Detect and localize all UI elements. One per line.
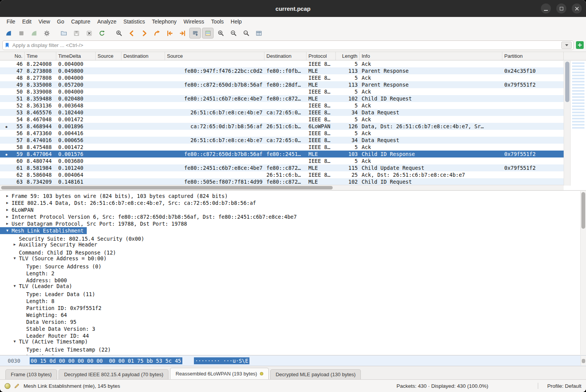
packet-row[interactable]: 478.2738080.049800fe80::947f:f476:22bc:c… xyxy=(0,67,564,74)
hscrollbar-thumb[interactable] xyxy=(1,186,333,189)
detail-line[interactable]: ▸IEEE 802.15.4 Data, Dst: 26:51:c6:b7:e8… xyxy=(0,199,586,206)
byte-view-tab[interactable]: Decrypted MLE payload (130 bytes) xyxy=(270,369,361,379)
column-header-timedelta[interactable]: TimeDelta xyxy=(56,52,96,60)
menu-edit[interactable]: Edit xyxy=(19,18,35,25)
capture-options-button[interactable] xyxy=(41,28,52,39)
go-to-packet-button[interactable] xyxy=(151,28,163,39)
detail-line[interactable]: ▾TLV (Leader Data) xyxy=(0,282,586,289)
menu-tools[interactable]: Tools xyxy=(208,18,227,25)
auto-scroll-button[interactable] xyxy=(189,28,201,39)
display-filter-input[interactable] xyxy=(12,42,560,49)
packet-list-hscrollbar[interactable] xyxy=(0,185,564,190)
maximize-button[interactable] xyxy=(556,3,566,13)
vscrollbar-thumb[interactable] xyxy=(565,62,569,102)
packet-row[interactable]: 568.4733600.004416IEEE 8…5Ack xyxy=(0,130,564,137)
packet-row[interactable]: 588.4754880.001472IEEE 8…5Ack xyxy=(0,144,564,151)
restart-capture-button[interactable] xyxy=(28,28,40,39)
packet-row[interactable]: 468.2240080.004000IEEE 8…5Ack xyxy=(0,60,564,67)
detail-line[interactable]: Data Version: 95 xyxy=(0,317,586,323)
detail-line[interactable]: Address: b000 xyxy=(0,275,586,282)
go-last-button[interactable] xyxy=(177,28,188,39)
packet-row[interactable]: 628.5860480.00406426:51:c6:b…IEEE 8…25Ac… xyxy=(0,171,564,178)
column-header-no[interactable]: No. xyxy=(0,52,25,60)
byte-view-tab[interactable]: Reassembled 6LoWPAN (193 bytes) xyxy=(170,368,268,379)
packet-list-vscrollbar[interactable] xyxy=(564,61,571,186)
menu-wireless[interactable]: Wireless xyxy=(180,18,208,25)
save-file-button[interactable] xyxy=(71,28,82,39)
status-profile[interactable]: Profile: Default xyxy=(547,383,581,389)
resize-columns-button[interactable] xyxy=(253,28,264,39)
detail-line[interactable]: Command: Child ID Response (12) xyxy=(0,247,586,254)
menu-analyze[interactable]: Analyze xyxy=(94,18,120,25)
start-capture-button[interactable] xyxy=(3,28,14,39)
open-file-button[interactable] xyxy=(58,28,69,39)
close-file-button[interactable] xyxy=(83,28,95,39)
details-vscrollbar[interactable] xyxy=(580,191,586,355)
packet-row[interactable]: 498.3350080.057200fe80::c872:650d:b7b8:5… xyxy=(0,81,564,88)
go-first-button[interactable] xyxy=(164,28,175,39)
zoom-in-button[interactable] xyxy=(215,28,226,39)
reload-file-button[interactable] xyxy=(96,28,108,39)
packet-row[interactable]: 608.4807440.003680IEEE 8…5Ack xyxy=(0,157,564,164)
detail-line[interactable]: Type: Active Timestamp (22) xyxy=(0,344,586,351)
column-header-source2[interactable]: Source xyxy=(165,52,264,60)
expert-info-icon[interactable] xyxy=(5,383,10,389)
detail-line[interactable]: ▸6LoWPAN xyxy=(0,206,586,213)
byte-view-vscrollbar-thumb[interactable] xyxy=(582,359,585,363)
menu-telephony[interactable]: Telephony xyxy=(148,18,180,25)
packet-row[interactable]: 538.4655760.10244026:51:c6:b7:e8:ce:4b:e… xyxy=(0,109,564,116)
packet-row[interactable]: 618.5819840.101240fe80::2451:c6b7:e8ce:4… xyxy=(0,164,564,171)
find-packet-button[interactable] xyxy=(113,28,125,39)
byte-view-tab[interactable]: Decrypted IEEE 802.15.4 payload (70 byte… xyxy=(59,369,168,379)
column-header-destination[interactable]: Destination xyxy=(121,52,165,60)
column-header-info[interactable]: Info xyxy=(360,52,502,60)
packet-row[interactable]: 518.3594880.020480fe80::2451:c6b7:e8ce:4… xyxy=(0,95,564,102)
detail-line[interactable]: Type: Leader Data (11) xyxy=(0,289,586,296)
zoom-original-button[interactable]: 1:1 xyxy=(240,28,252,39)
detail-line[interactable]: Leader Router ID: 44 xyxy=(0,330,586,337)
menu-statistics[interactable]: Statistics xyxy=(120,18,148,25)
packet-row[interactable]: ●598.4770640.001576fe80::c872:650d:b7b8:… xyxy=(0,151,564,157)
byte-view-tab[interactable]: Frame (103 bytes) xyxy=(5,369,57,379)
detail-line[interactable]: ▾TLV (Source Address = b0:00) xyxy=(0,254,586,261)
detail-line[interactable]: ▸Frame 59: 103 bytes on wire (824 bits),… xyxy=(0,192,586,199)
packet-row[interactable]: 508.3390080.004000IEEE 8…5Ack xyxy=(0,88,564,95)
detail-line[interactable]: ▸Internet Protocol Version 6, Src: fe80:… xyxy=(0,213,586,219)
filter-dropdown-button[interactable] xyxy=(561,42,572,49)
column-header-protocol[interactable]: Protocol xyxy=(306,52,336,60)
byte-view-vscrollbar[interactable] xyxy=(581,356,586,365)
packet-row[interactable]: 548.4670480.001472IEEE 8…5Ack xyxy=(0,116,564,123)
detail-line[interactable]: ▾Mesh Link Establishment xyxy=(0,226,586,233)
packet-row[interactable]: ●558.4689440.001896ca:72:65:0d:b7:b8:56:… xyxy=(0,123,564,130)
detail-line[interactable]: Partition ID: 0x79f551f2 xyxy=(0,303,586,310)
go-forward-button[interactable] xyxy=(138,28,150,39)
detail-line[interactable]: Type: Source Address (0) xyxy=(0,261,586,268)
hex-ascii-selected[interactable]: ········ ···u·S\E xyxy=(194,357,249,364)
detail-line[interactable]: Stable Data Version: 3 xyxy=(0,323,586,330)
capture-comment-icon[interactable] xyxy=(14,383,20,389)
menu-capture[interactable]: Capture xyxy=(67,18,94,25)
detail-line[interactable]: ▸Auxiliary Security Header xyxy=(0,240,586,247)
column-header-time[interactable]: Time xyxy=(25,52,56,60)
menu-file[interactable]: File xyxy=(3,18,19,25)
menu-help[interactable]: Help xyxy=(227,18,245,25)
filter-bookmark-icon[interactable] xyxy=(4,42,10,48)
column-header-length[interactable]: Length xyxy=(336,52,360,60)
packet-row[interactable]: 488.2778080.004000IEEE 8…5Ack xyxy=(0,74,564,81)
go-back-button[interactable] xyxy=(126,28,137,39)
hex-bytes-selected[interactable]: 00 15 0d 00 00 00 00 00 00 00 01 75 bb 5… xyxy=(30,357,182,364)
column-header-source[interactable]: Source xyxy=(96,52,121,60)
close-button[interactable] xyxy=(572,3,582,13)
detail-line[interactable]: ▸User Datagram Protocol, Src Port: 19788… xyxy=(0,219,586,226)
zoom-out-button[interactable] xyxy=(227,28,239,39)
packet-row[interactable]: 578.4740160.00065626:51:c6:b7:e8:ce:4b:e… xyxy=(0,137,564,144)
add-filter-button[interactable] xyxy=(576,41,584,49)
stop-capture-button[interactable] xyxy=(15,28,27,39)
details-vscrollbar-thumb[interactable] xyxy=(581,192,585,229)
menu-go[interactable]: Go xyxy=(54,18,68,25)
packet-row[interactable]: 638.7342090.148161fe80::505e:f807:7f81:4… xyxy=(0,178,564,185)
menu-view[interactable]: View xyxy=(35,18,54,25)
column-header-partition[interactable]: Partition xyxy=(502,52,564,60)
detail-line[interactable]: Security Suite: 802.15.4 Security (0x00) xyxy=(0,233,586,240)
minimize-button[interactable] xyxy=(541,3,551,13)
